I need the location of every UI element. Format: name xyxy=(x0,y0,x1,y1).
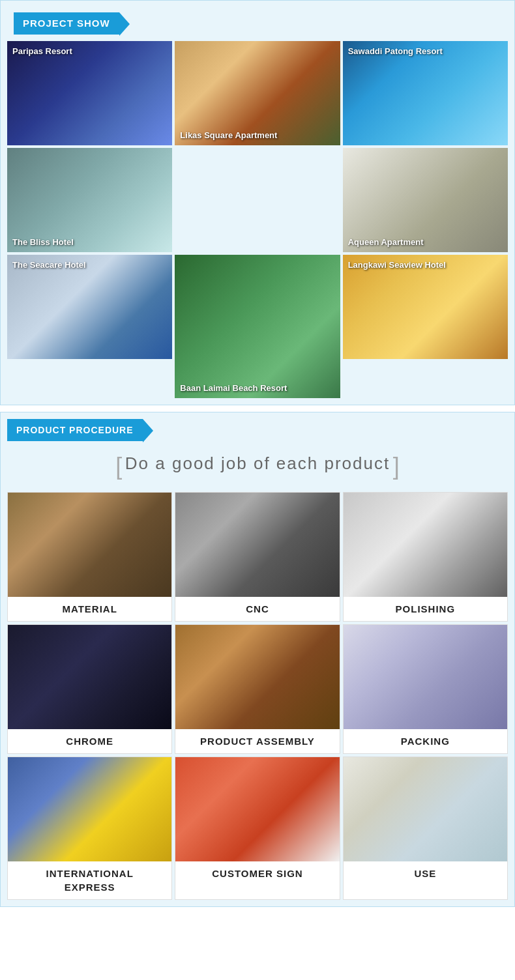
project-cell-paripas: Paripas Resort xyxy=(7,41,172,145)
procedure-img-material xyxy=(8,493,171,597)
procedure-label-express: INTERNATIONALEXPRESS xyxy=(46,861,133,899)
project-show-section: PROJECT SHOW Paripas Resort Likas Square… xyxy=(0,0,515,405)
procedure-item-material: MATERIAL xyxy=(7,492,172,622)
tagline-wrap: [ Do a good job of each product ] xyxy=(1,441,514,492)
project-image-grid: Paripas Resort Likas Square Apartment Sa… xyxy=(1,41,514,405)
procedure-img-polishing xyxy=(344,493,507,597)
project-cell-baan: Baan Laimai Beach Resort xyxy=(175,255,340,398)
project-label-sawaddi: Sawaddi Patong Resort xyxy=(348,46,443,56)
project-label-seacare: The Seacare Hotel xyxy=(12,260,86,270)
procedure-item-cnc: CNC xyxy=(175,492,340,622)
procedure-item-express: INTERNATIONALEXPRESS xyxy=(7,757,172,900)
procedure-label-packing: PACKING xyxy=(401,729,450,753)
project-cell-langkawi: Langkawi Seaview Hotel xyxy=(343,255,508,359)
procedure-title: PRODUCT PROCEDURE xyxy=(16,425,134,435)
procedure-label-chrome: CHROME xyxy=(66,729,113,753)
project-show-title: PROJECT SHOW xyxy=(23,18,110,29)
procedure-item-chrome: CHROME xyxy=(7,624,172,754)
procedure-label-polishing: POLISHING xyxy=(396,597,456,621)
procedure-img-assembly xyxy=(175,625,339,729)
project-label-langkawi: Langkawi Seaview Hotel xyxy=(348,260,446,270)
procedure-item-polishing: POLISHING xyxy=(343,492,508,622)
project-cell-aqueen: Aqueen Apartment xyxy=(343,148,508,252)
project-label-aqueen: Aqueen Apartment xyxy=(348,237,424,247)
procedure-label-cnc: CNC xyxy=(246,597,269,621)
project-cell-bliss: The Bliss Hotel xyxy=(7,148,172,252)
procedure-label-material: MATERIAL xyxy=(62,597,117,621)
project-label-paripas: Paripas Resort xyxy=(12,46,72,56)
procedure-img-packing xyxy=(344,625,507,729)
project-cell-sawaddi: Sawaddi Patong Resort xyxy=(343,41,508,145)
procedure-label-custsign: CUSTOMER SIGN xyxy=(212,861,302,886)
project-show-header: PROJECT SHOW xyxy=(14,12,119,35)
procedure-img-custsign xyxy=(175,757,339,861)
project-cell-seacare: The Seacare Hotel xyxy=(7,255,172,359)
project-cell-likas: Likas Square Apartment xyxy=(175,41,340,145)
project-label-likas: Likas Square Apartment xyxy=(180,130,277,140)
procedure-item-custsign: CUSTOMER SIGN xyxy=(175,757,340,900)
bracket-right: ] xyxy=(393,453,400,480)
procedure-section: PRODUCT PROCEDURE [ Do a good job of eac… xyxy=(0,412,515,907)
procedure-item-packing: PACKING xyxy=(343,624,508,754)
procedure-header: PRODUCT PROCEDURE xyxy=(7,419,143,441)
procedure-img-use xyxy=(344,757,507,861)
project-label-baan: Baan Laimai Beach Resort xyxy=(180,383,287,393)
procedure-img-express xyxy=(8,757,171,861)
procedure-grid: MATERIAL CNC POLISHING CHROME PRODUCT AS… xyxy=(1,492,514,906)
procedure-img-chrome xyxy=(8,625,171,729)
procedure-label-use: USE xyxy=(414,861,436,886)
procedure-img-cnc xyxy=(175,493,339,597)
project-label-bliss: The Bliss Hotel xyxy=(12,237,74,247)
tagline-text: Do a good job of each product xyxy=(125,454,390,473)
bracket-left: [ xyxy=(115,453,122,480)
procedure-item-use: USE xyxy=(343,757,508,900)
procedure-item-assembly: PRODUCT ASSEMBLY xyxy=(175,624,340,754)
procedure-label-assembly: PRODUCT ASSEMBLY xyxy=(200,729,315,753)
